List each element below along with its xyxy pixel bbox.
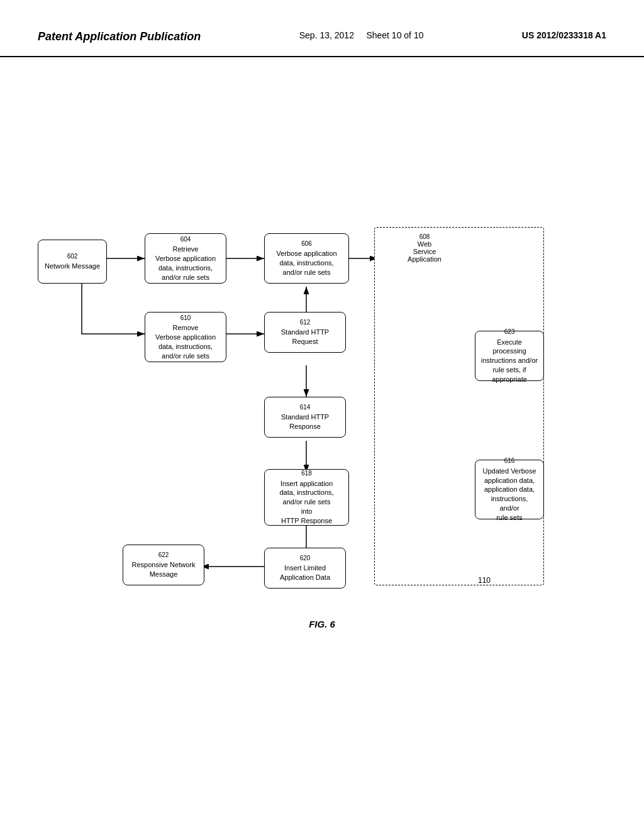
box-623-num: 623 bbox=[504, 328, 515, 336]
box-604-num: 604 bbox=[180, 235, 191, 244]
box-622: 622 Responsive Network Message bbox=[123, 545, 204, 585]
box-612-num: 612 bbox=[300, 318, 311, 327]
box-620-num: 620 bbox=[300, 554, 311, 563]
box-602: 602 Network Message bbox=[38, 240, 107, 284]
box-620: 620 Insert Limited Application Data bbox=[264, 548, 346, 589]
header-pub-number: US 2012/0233318 A1 bbox=[522, 30, 606, 40]
box-616-num: 616 bbox=[504, 456, 515, 465]
box-616-label: Updated Verbose application data, applic… bbox=[480, 467, 538, 523]
box-602-num: 602 bbox=[67, 252, 78, 261]
box-614-num: 614 bbox=[300, 403, 311, 412]
diagram-area: 602 Network Message 604 Retrieve Verbose… bbox=[0, 64, 644, 680]
box-614-label: Standard HTTP Response bbox=[281, 412, 329, 431]
box-618-label: Insert application data, instructions, a… bbox=[279, 479, 333, 526]
box-610-num: 610 bbox=[180, 314, 191, 323]
box-618: 618 Insert application data, instruction… bbox=[264, 469, 349, 526]
box-608-label: 608 Web Service Application bbox=[396, 233, 453, 263]
box-612: 612 Standard HTTP Request bbox=[264, 312, 346, 353]
box-610-label: Remove Verbose application data, instruc… bbox=[155, 323, 216, 360]
page-header: Patent Application Publication Sep. 13, … bbox=[0, 0, 644, 57]
box-602-label: Network Message bbox=[45, 262, 100, 271]
box-618-num: 618 bbox=[301, 469, 312, 478]
figure-label: FIG. 6 bbox=[0, 619, 644, 629]
header-meta: Sep. 13, 2012 Sheet 10 of 10 bbox=[299, 30, 424, 40]
box-604-label: Retrieve Verbose application data, instr… bbox=[155, 245, 216, 282]
page: Patent Application Publication Sep. 13, … bbox=[0, 0, 644, 830]
header-date: Sep. 13, 2012 bbox=[299, 30, 354, 40]
header-sheet: Sheet 10 of 10 bbox=[366, 30, 423, 40]
box-610: 610 Remove Verbose application data, ins… bbox=[145, 312, 226, 362]
box-606-num: 606 bbox=[301, 240, 312, 248]
box-622-label: Responsive Network Message bbox=[132, 560, 196, 579]
box-623-label: Execute processing instructions and/or r… bbox=[480, 338, 538, 384]
box-608-outer bbox=[374, 227, 544, 585]
box-608-num: 608 bbox=[396, 233, 453, 240]
box-616: 616 Updated Verbose application data, ap… bbox=[475, 460, 544, 519]
label-110: 110 bbox=[478, 576, 491, 585]
header-title: Patent Application Publication bbox=[38, 30, 201, 43]
box-620-label: Insert Limited Application Data bbox=[280, 563, 330, 582]
box-606-label: Verbose application data, instructions, … bbox=[276, 249, 336, 277]
box-623: 623 Execute processing instructions and/… bbox=[475, 331, 544, 381]
box-614: 614 Standard HTTP Response bbox=[264, 397, 346, 438]
box-622-num: 622 bbox=[158, 551, 169, 560]
box-612-label: Standard HTTP Request bbox=[281, 328, 329, 346]
box-604: 604 Retrieve Verbose application data, i… bbox=[145, 233, 226, 284]
box-606: 606 Verbose application data, instructio… bbox=[264, 233, 349, 284]
